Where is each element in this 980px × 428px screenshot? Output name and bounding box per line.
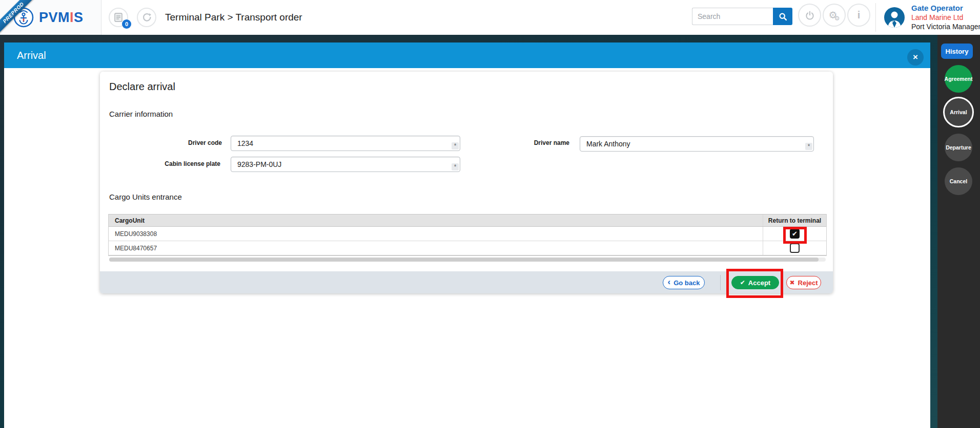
brand-name: PVMIS bbox=[39, 0, 84, 35]
table-row: MEDU8470657 ✔ bbox=[109, 241, 826, 255]
step-arrival[interactable]: Arrival bbox=[943, 97, 974, 127]
check-icon: ✔ bbox=[740, 280, 745, 286]
modal-titlebar: Arrival × bbox=[4, 42, 930, 68]
driver-name-field-wrap: * bbox=[580, 136, 814, 152]
step-departure[interactable]: Departure bbox=[945, 134, 972, 161]
search-icon bbox=[779, 12, 787, 21]
chevron-left-icon: ‹ bbox=[668, 277, 671, 286]
settings-button[interactable]: ⚙⚙ bbox=[823, 4, 846, 27]
column-header-return-to-terminal: Return to terminal bbox=[763, 215, 826, 226]
user-organization: Port Victoria Managem bbox=[911, 22, 980, 31]
modal-body: Declare arrival Carrier information Driv… bbox=[4, 68, 930, 428]
return-cell: ✔ bbox=[763, 241, 826, 255]
driver-name-input[interactable] bbox=[580, 137, 813, 151]
cargo-units-heading: Cargo Units entrance bbox=[109, 192, 182, 201]
accept-label: Accept bbox=[748, 279, 770, 287]
search-button[interactable] bbox=[773, 8, 792, 25]
horizontal-scrollbar[interactable] bbox=[109, 258, 826, 262]
driver-code-label: Driver code bbox=[161, 139, 222, 146]
cabin-license-plate-label: Cabin license plate bbox=[149, 160, 220, 167]
search-input[interactable] bbox=[692, 8, 773, 25]
notification-badge: 0 bbox=[122, 19, 131, 29]
brand-prefix: PVM bbox=[39, 10, 70, 25]
card-footer: ‹ Go back ✔ Accept ✖ Reject bbox=[100, 271, 833, 293]
gear-small-icon: ⚙ bbox=[834, 15, 840, 22]
user-info: Gate Operator Land Marine Ltd Port Victo… bbox=[911, 4, 980, 31]
required-asterisk-icon: * bbox=[452, 142, 459, 149]
top-header: PREPROD PVMIS 0 Terminal Park > Transpor… bbox=[0, 0, 980, 35]
card-title: Declare arrival bbox=[109, 81, 175, 93]
user-company: Land Marine Ltd bbox=[911, 13, 980, 22]
logout-button[interactable] bbox=[798, 4, 821, 27]
required-asterisk-icon: * bbox=[452, 163, 459, 170]
return-to-terminal-checkbox[interactable]: ✔ bbox=[790, 229, 800, 239]
reject-button[interactable]: ✖ Reject bbox=[786, 276, 821, 289]
step-agreement[interactable]: Agreement bbox=[945, 65, 972, 93]
carrier-information-heading: Carrier information bbox=[109, 110, 173, 118]
accept-button[interactable]: ✔ Accept bbox=[731, 276, 779, 289]
cargo-units-table: CargoUnit Return to terminal MEDU9038308… bbox=[108, 214, 827, 256]
driver-code-input[interactable] bbox=[231, 136, 460, 151]
column-header-cargo-unit: CargoUnit bbox=[109, 215, 763, 226]
brand-suffix: S bbox=[74, 10, 84, 25]
power-icon bbox=[805, 10, 815, 20]
checkmark-icon: ✔ bbox=[792, 230, 798, 237]
driver-name-label: Driver name bbox=[508, 139, 569, 146]
user-role: Gate Operator bbox=[911, 4, 980, 13]
header-divider bbox=[875, 3, 876, 32]
table-row: MEDU9038308 ✔ bbox=[109, 227, 826, 241]
cargo-unit-cell: MEDU9038308 bbox=[109, 227, 763, 241]
modal-title: Arrival bbox=[17, 42, 46, 68]
return-cell: ✔ bbox=[763, 227, 826, 241]
go-back-label: Go back bbox=[673, 279, 700, 287]
document-icon bbox=[114, 13, 122, 22]
go-back-button[interactable]: ‹ Go back bbox=[663, 276, 705, 289]
search-bar bbox=[692, 8, 792, 25]
footer-divider bbox=[720, 275, 721, 290]
brand-accent-letter: I bbox=[70, 10, 74, 25]
workflow-sidebar: History Agreement Arrival Departure Canc… bbox=[937, 35, 980, 428]
brand-area: PREPROD PVMIS bbox=[0, 0, 101, 35]
close-button[interactable]: × bbox=[907, 49, 924, 66]
step-cancel[interactable]: Cancel bbox=[945, 167, 972, 195]
reject-label: Reject bbox=[798, 279, 818, 287]
user-avatar bbox=[884, 7, 905, 28]
close-icon: × bbox=[913, 52, 918, 62]
arrival-modal: Arrival × Declare arrival Carrier inform… bbox=[4, 42, 930, 428]
declare-arrival-card: Declare arrival Carrier information Driv… bbox=[100, 72, 833, 293]
scrollbar-thumb[interactable] bbox=[109, 258, 819, 262]
history-button[interactable]: History bbox=[941, 44, 973, 59]
refresh-icon bbox=[142, 13, 151, 22]
cabin-license-plate-input[interactable] bbox=[231, 157, 460, 172]
return-to-terminal-checkbox[interactable]: ✔ bbox=[790, 243, 800, 253]
info-icon: i bbox=[858, 9, 861, 21]
required-asterisk-icon: * bbox=[805, 143, 812, 150]
cargo-unit-cell: MEDU8470657 bbox=[109, 241, 763, 255]
cabin-license-plate-field-wrap: * bbox=[231, 157, 460, 172]
info-button[interactable]: i bbox=[847, 4, 870, 27]
person-icon bbox=[884, 7, 905, 28]
driver-code-field-wrap: * bbox=[231, 136, 460, 151]
table-header-row: CargoUnit Return to terminal bbox=[109, 214, 826, 227]
breadcrumb: Terminal Park > Transport order bbox=[165, 0, 302, 35]
refresh-button[interactable] bbox=[137, 8, 156, 27]
x-icon: ✖ bbox=[789, 280, 794, 286]
